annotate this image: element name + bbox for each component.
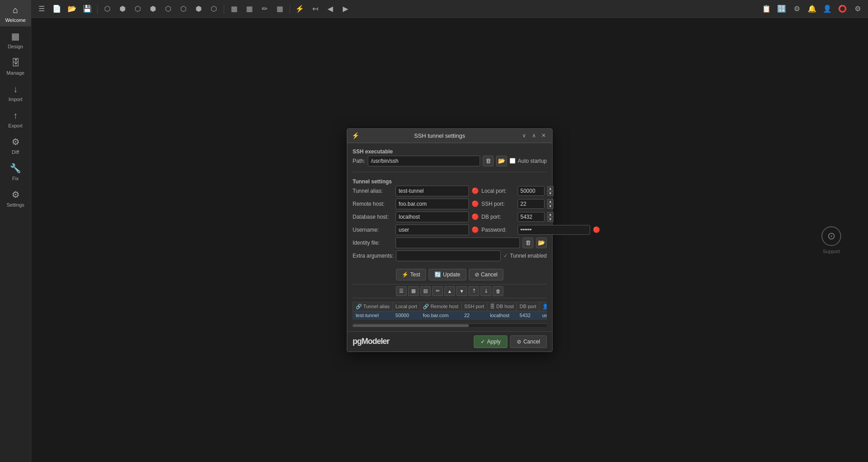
tb-r6[interactable]: ⭕: [836, 3, 849, 15]
tb7[interactable]: ⬡: [162, 3, 175, 15]
local-port-up[interactable]: ▲: [547, 186, 553, 191]
tb17[interactable]: ◀: [323, 3, 337, 15]
sidebar-item-export[interactable]: ↑ Export: [0, 106, 31, 132]
tb12[interactable]: ▦: [243, 3, 256, 15]
db-host-clear-icon[interactable]: 🔴: [472, 213, 479, 220]
th-db-port: DB port: [517, 302, 539, 311]
sidebar-label-settings: Settings: [7, 202, 25, 208]
tbl-btn-top[interactable]: ⤒: [468, 286, 479, 296]
username-clear-icon[interactable]: 🔴: [472, 226, 479, 233]
db-port-input[interactable]: [518, 212, 545, 222]
alias-input[interactable]: [396, 186, 469, 196]
alias-clear-icon[interactable]: 🔴: [472, 187, 479, 194]
local-port-label: Local port:: [481, 188, 515, 194]
identity-file-clear-btn[interactable]: 🗑: [523, 237, 533, 248]
dialog-maximize-btn[interactable]: ∧: [530, 131, 538, 140]
tb5[interactable]: ⬡: [131, 3, 145, 15]
db-port-down[interactable]: ▼: [547, 217, 553, 222]
tunnel-settings-label: Tunnel settings: [353, 178, 547, 186]
tb14[interactable]: ▦: [273, 3, 286, 15]
tbl-btn-up[interactable]: ▲: [444, 286, 455, 296]
sidebar-item-manage[interactable]: 🗄 Manage: [0, 53, 31, 79]
tb4[interactable]: ⬢: [116, 3, 129, 15]
identity-file-input[interactable]: [396, 237, 520, 248]
tbl-btn-down[interactable]: ▼: [456, 286, 467, 296]
tb-r1[interactable]: 📋: [760, 3, 773, 15]
row-db-port: 5432: [517, 311, 539, 319]
content-area: ⊙ Support ⚡ SSH tunnel settings ∨ ∧ ✕: [31, 18, 868, 462]
tbl-btn-delete[interactable]: 🗑: [493, 286, 503, 296]
sidebar-item-welcome[interactable]: ⌂ Welcome: [0, 0, 31, 26]
ssh-port-input[interactable]: [518, 199, 545, 209]
remote-host-input[interactable]: [396, 199, 469, 209]
tb-r2[interactable]: 🔢: [775, 3, 788, 15]
ssh-port-up[interactable]: ▲: [547, 199, 553, 204]
db-host-row: Database host: 🔴 DB port: ▲ ▼: [353, 212, 547, 222]
sidebar-item-design[interactable]: ▦ Design: [0, 26, 31, 53]
test-btn[interactable]: ⚡ Test: [396, 269, 426, 280]
tb6[interactable]: ⬢: [146, 3, 160, 15]
tb11[interactable]: ▦: [227, 3, 241, 15]
tb9[interactable]: ⬢: [192, 3, 205, 15]
tb16[interactable]: ↤: [308, 3, 322, 15]
tbl-btn-grid[interactable]: ▦: [408, 286, 419, 296]
pgmodeler-logo: pgModeler: [353, 337, 389, 346]
cancel-tunnel-btn[interactable]: ⊘ Cancel: [469, 269, 503, 280]
apply-label: Apply: [487, 339, 501, 345]
remote-host-clear-icon[interactable]: 🔴: [472, 200, 479, 207]
update-btn[interactable]: 🔄 Update: [429, 269, 466, 280]
apply-button[interactable]: ✓ Apply: [474, 335, 507, 348]
local-port-down[interactable]: ▼: [547, 191, 553, 196]
export-icon: ↑: [9, 109, 22, 122]
tb-r4[interactable]: 🔔: [805, 3, 819, 15]
tb8[interactable]: ⬡: [177, 3, 190, 15]
path-browse-btn[interactable]: 📂: [496, 156, 507, 166]
table-row[interactable]: test-tunnel 50000 foo.bar.com 22 localho…: [353, 311, 547, 319]
sidebar-label-import: Import: [9, 97, 22, 102]
table-scrollbar[interactable]: [353, 323, 547, 327]
dialog-close-btn[interactable]: ✕: [540, 131, 548, 140]
tb13[interactable]: ✏: [258, 3, 271, 15]
row-db-host: localhost: [487, 311, 517, 319]
tb-r3[interactable]: ⚙: [790, 3, 804, 15]
tb18[interactable]: ▶: [339, 3, 352, 15]
password-clear-icon[interactable]: 🔴: [593, 226, 600, 233]
cancel-button[interactable]: ⊘ Cancel: [510, 335, 547, 348]
sidebar-item-diff[interactable]: ⚙ Diff: [0, 132, 31, 158]
sidebar-item-settings[interactable]: ⚙ Settings: [0, 185, 31, 211]
sep3: [289, 4, 290, 13]
sidebar-item-fix[interactable]: 🔧 Fix: [0, 158, 31, 185]
dialog-minimize-btn[interactable]: ∨: [520, 131, 528, 140]
open-btn[interactable]: 📂: [65, 3, 79, 15]
sidebar-item-import[interactable]: ↓ Import: [0, 79, 31, 106]
path-clear-btn[interactable]: 🗑: [483, 156, 494, 166]
tb15[interactable]: ⚡: [293, 3, 306, 15]
tbl-btn-list[interactable]: ☰: [396, 286, 407, 296]
db-port-up[interactable]: ▲: [547, 212, 553, 217]
tb3[interactable]: ⬡: [101, 3, 114, 15]
db-host-input[interactable]: [396, 212, 469, 222]
tbl-btn-detail[interactable]: ▤: [420, 286, 431, 296]
auto-startup-checkbox[interactable]: [510, 158, 515, 164]
username-input[interactable]: [396, 225, 469, 235]
db-port-label: DB port:: [481, 214, 515, 220]
row-alias: test-tunnel: [353, 311, 393, 319]
test-icon: ⚡: [402, 271, 408, 278]
tb10[interactable]: ⬡: [207, 3, 221, 15]
sidebar-label-fix: Fix: [12, 176, 19, 181]
identity-file-browse-btn[interactable]: 📂: [536, 237, 547, 248]
save-btn[interactable]: 💾: [81, 3, 94, 15]
tbl-btn-bottom[interactable]: ⤓: [481, 286, 491, 296]
tbl-btn-edit[interactable]: ✏: [432, 286, 443, 296]
local-port-input[interactable]: [518, 186, 545, 196]
menu-btn[interactable]: ☰: [35, 3, 48, 15]
sidebar-label-diff: Diff: [12, 149, 19, 155]
welcome-icon: ⌂: [9, 4, 22, 16]
extra-args-input[interactable]: [396, 250, 500, 261]
ssh-port-down[interactable]: ▼: [547, 204, 553, 209]
new-btn[interactable]: 📄: [50, 3, 64, 15]
tb-r7[interactable]: ⚙: [851, 3, 864, 15]
path-input[interactable]: [368, 156, 480, 166]
tb-r5[interactable]: 👤: [821, 3, 834, 15]
password-input[interactable]: [518, 225, 590, 235]
